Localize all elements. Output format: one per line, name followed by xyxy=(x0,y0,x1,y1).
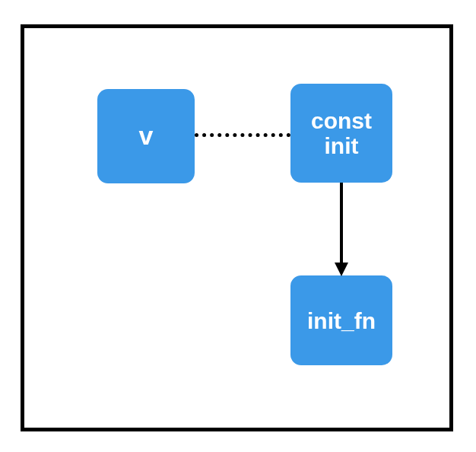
node-const-init-label: const init xyxy=(311,108,372,158)
node-init-fn-label: init_fn xyxy=(307,308,376,333)
diagram-canvas: v const init init_fn xyxy=(0,0,476,452)
edge-constinit-to-initfn-line xyxy=(340,183,343,264)
node-const-init: const init xyxy=(290,84,392,183)
node-init-fn: init_fn xyxy=(290,275,392,365)
node-v-label: v xyxy=(139,122,154,150)
edge-v-to-constinit xyxy=(195,133,290,137)
node-v: v xyxy=(97,89,195,183)
edge-constinit-to-initfn-head xyxy=(335,263,348,276)
